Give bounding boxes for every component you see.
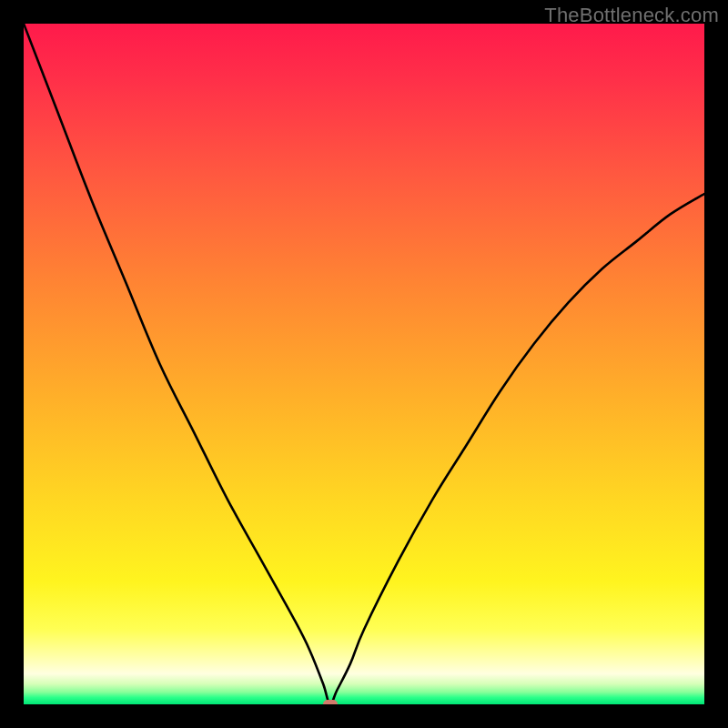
minimum-marker — [323, 700, 338, 704]
watermark-text: TheBottleneck.com — [544, 4, 719, 27]
plot-area — [24, 24, 704, 704]
bottleneck-curve — [24, 24, 704, 704]
chart-frame: TheBottleneck.com — [0, 0, 728, 728]
